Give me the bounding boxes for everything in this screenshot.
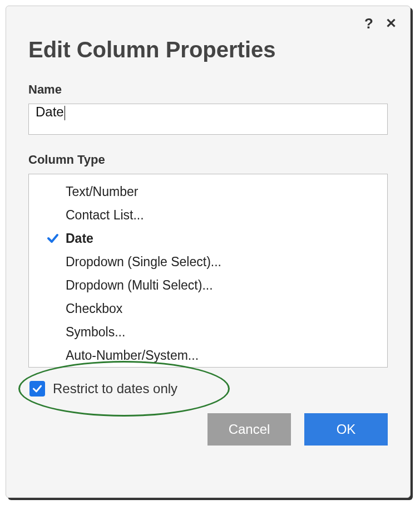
type-option[interactable]: Symbols... [29,320,387,344]
restrict-checkbox[interactable] [29,381,45,397]
type-option[interactable]: Date [29,227,387,250]
type-option[interactable]: Contact List... [29,203,387,227]
cancel-button[interactable]: Cancel [207,413,291,446]
name-input-value: Date [36,104,64,119]
edit-column-dialog: ? ✕ Edit Column Properties Name Date Col… [6,6,411,498]
restrict-checkbox-row: Restrict to dates only [28,381,388,397]
checkmark-icon [32,383,43,394]
column-type-list: Text/NumberContact List...DateDropdown (… [28,174,388,368]
name-label: Name [28,82,388,97]
type-option[interactable]: Dropdown (Single Select)... [29,250,387,273]
name-input[interactable]: Date [28,104,388,135]
restrict-checkbox-label: Restrict to dates only [53,381,177,397]
type-option-label: Text/Number [66,184,138,199]
type-option-label: Symbols... [66,325,125,340]
type-option[interactable]: Auto-Number/System... [29,344,387,367]
type-option[interactable]: Text/Number [29,180,387,203]
close-icon[interactable]: ✕ [386,17,397,30]
type-option-label: Dropdown (Multi Select)... [66,278,213,293]
check-column [40,232,66,245]
type-option-label: Date [66,231,93,246]
column-type-label: Column Type [28,153,388,167]
ok-button[interactable]: OK [304,413,388,446]
help-icon[interactable]: ? [364,16,373,31]
type-option-label: Dropdown (Single Select)... [66,254,221,270]
dialog-title: Edit Column Properties [28,37,388,62]
type-option-label: Contact List... [66,208,144,223]
type-option[interactable]: Checkbox [29,297,387,320]
type-option-label: Auto-Number/System... [66,348,199,363]
type-option[interactable]: Dropdown (Multi Select)... [29,273,387,297]
checkmark-icon [46,232,60,245]
text-cursor [65,106,65,120]
type-option-label: Checkbox [66,301,122,316]
